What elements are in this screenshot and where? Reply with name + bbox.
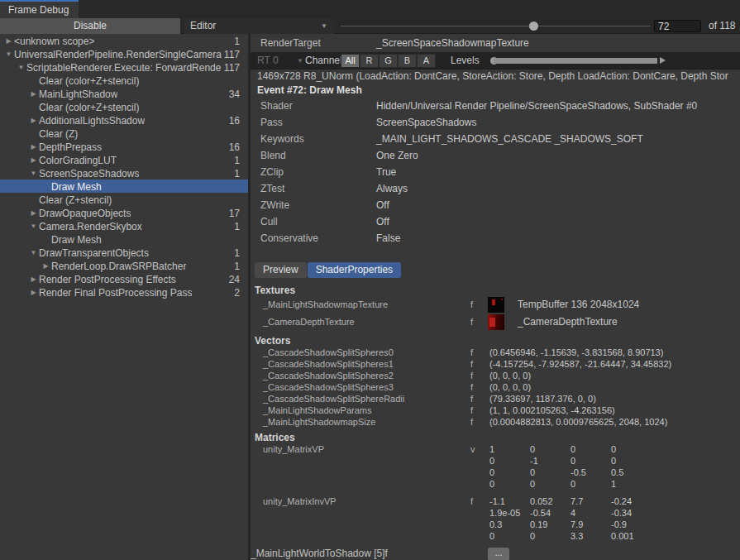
tree-row[interactable]: ▼ScreenSpaceShadows1 — [0, 166, 248, 179]
chevron-down-icon[interactable]: ▼ — [3, 49, 14, 60]
chevron-right-icon[interactable]: ▶ — [3, 36, 14, 47]
disable-button[interactable]: Disable — [0, 18, 180, 34]
matrix-cell: -0.24 — [611, 495, 652, 507]
tab-shaderproperties[interactable]: ShaderProperties — [308, 262, 401, 278]
tree-row[interactable]: Draw Mesh — [0, 179, 248, 193]
chevron-down-icon: ▼ — [297, 52, 303, 69]
levels-slider-max-handle[interactable] — [660, 57, 666, 64]
property-value: One Zero — [376, 150, 418, 161]
channel-button-g[interactable]: G — [379, 54, 398, 68]
tree-row[interactable]: ▼Camera.RenderSkybox1 — [0, 219, 248, 232]
matrix-cell: 1.9e-05 — [489, 507, 530, 519]
editor-dropdown[interactable]: Editor ▼ — [184, 18, 334, 34]
chevron-right-icon[interactable]: ▶ — [28, 141, 39, 153]
texture-thumbnail[interactable] — [488, 297, 504, 313]
matrix-cell: 0.001 — [611, 530, 652, 542]
tree-row[interactable]: ▶RenderLoop.DrawSRPBatcher1 — [0, 259, 248, 272]
tree-row[interactable]: Clear (Z) — [0, 127, 248, 140]
chevron-down-icon[interactable]: ▼ — [28, 247, 39, 259]
matrix-cell: 0 — [571, 478, 611, 490]
channel-button-a[interactable]: A — [417, 54, 436, 68]
tree-row-label: Render Final PostProcessing Pass — [39, 287, 192, 299]
channel-button-all[interactable]: All — [341, 54, 360, 68]
levels-slider[interactable] — [490, 57, 666, 65]
vector-row: _CascadeShadowSplitSpheres2f(0, 0, 0, 0) — [251, 370, 740, 381]
vector-value: (0, 0, 0, 0) — [489, 381, 531, 393]
channel-button-r[interactable]: R — [360, 54, 379, 68]
matrix-cell: -0.9 — [611, 519, 652, 530]
chevron-right-icon[interactable]: ▶ — [28, 89, 39, 100]
chevron-right-icon[interactable]: ▶ — [28, 287, 39, 299]
chevron-down-icon[interactable]: ▼ — [28, 168, 39, 179]
chevron-right-icon[interactable]: ▶ — [28, 115, 39, 127]
tree-row[interactable]: Draw Mesh — [0, 232, 248, 246]
matrix-cell: 7.9 — [571, 519, 611, 530]
property-row: BlendOne Zero — [251, 147, 740, 164]
matrices-section: unity_MatrixVPv10000-10000-0.50.50001uni… — [251, 443, 740, 560]
expand-array-button[interactable]: ... — [488, 548, 509, 560]
matrix-cell: 0 — [530, 478, 571, 490]
frame-debugger-window: Frame Debug Disable Editor ▼ of 118 ▶<un… — [0, 0, 740, 560]
matrices-section-header: Matrices — [251, 432, 740, 443]
tree-row-label: DepthPrepass — [39, 141, 102, 153]
tree-row[interactable]: ▶ColorGradingLUT1 — [0, 153, 248, 166]
tree-row[interactable]: ▶<unknown scope>1 — [0, 34, 248, 47]
tree-row[interactable]: ▼UniversalRenderPipeline.RenderSingleCam… — [0, 47, 248, 60]
tree-row-label: Render PostProcessing Effects — [39, 274, 176, 285]
tab-preview[interactable]: Preview — [255, 262, 307, 278]
channel-button-b[interactable]: B — [398, 54, 417, 68]
vectors-section-header: Vectors — [251, 335, 740, 347]
tree-row-label: ColorGradingLUT — [39, 155, 117, 166]
tree-row[interactable]: Clear (Z+stencil) — [0, 193, 248, 206]
property-label: ZWrite — [260, 197, 376, 213]
property-row: ZTestAlways — [251, 180, 740, 197]
matrix-flag: f — [470, 495, 473, 507]
tree-row[interactable]: Clear (color+Z+stencil) — [0, 100, 248, 113]
chevron-right-icon[interactable]: ▶ — [28, 208, 39, 219]
tree-row-label: RenderLoop.DrawSRPBatcher — [51, 261, 186, 272]
levels-slider-bar[interactable] — [494, 58, 657, 64]
vector-flag: f — [470, 416, 473, 428]
tree-row-count: 1 — [234, 221, 240, 232]
texture-name: _CameraDepthTexture — [263, 314, 355, 330]
detail-tabs: PreviewShaderProperties — [255, 262, 740, 280]
vector-flag: f — [470, 404, 473, 416]
toolbar: Disable Editor ▼ of 118 — [0, 18, 740, 34]
property-row: Keywords_MAIN_LIGHT_SHADOWS_CASCADE _SHA… — [251, 131, 740, 147]
chevron-right-icon[interactable]: ▶ — [28, 155, 39, 166]
tree-row[interactable]: ▶DrawOpaqueObjects17 — [0, 206, 248, 219]
tree-row[interactable]: Clear (color+Z+stencil) — [0, 74, 248, 87]
frame-slider[interactable] — [341, 26, 651, 26]
chevron-down-icon[interactable]: ▼ — [28, 221, 39, 232]
texture-thumbnail[interactable] — [488, 314, 504, 330]
property-value: _MAIN_LIGHT_SHADOWS_CASCADE _SHADOWS_SOF… — [376, 133, 643, 145]
editor-dropdown-label: Editor — [190, 20, 216, 31]
tree-row[interactable]: ▼ScriptableRenderer.Execute: ForwardRend… — [0, 60, 248, 74]
tree-row-label: DrawTransparentObjects — [39, 247, 149, 259]
property-row: ZClipTrue — [251, 164, 740, 180]
chevron-down-icon[interactable]: ▼ — [16, 62, 26, 74]
tree-row-count: 1 — [234, 168, 240, 179]
frame-number-input[interactable] — [654, 20, 701, 32]
tree-row[interactable]: ▼DrawTransparentObjects1 — [0, 246, 248, 259]
matrix-name: unity_MatrixVP — [263, 443, 324, 455]
chevron-right-icon[interactable]: ▶ — [41, 261, 51, 272]
tree-row[interactable]: ▶DepthPrepass16 — [0, 140, 248, 153]
chevron-right-icon[interactable]: ▶ — [28, 274, 39, 285]
tree-row[interactable]: ▶Render PostProcessing Effects24 — [0, 272, 248, 285]
frame-slider-thumb[interactable] — [529, 22, 538, 31]
tab-strip: Frame Debug — [0, 0, 740, 18]
tree-row-count: 1 — [234, 247, 240, 259]
channel-buttons: AllRGBA — [341, 54, 436, 68]
tree-row[interactable]: ▶MainLightShadow34 — [0, 87, 248, 100]
tab-frame-debug[interactable]: Frame Debug — [0, 0, 79, 18]
render-target-label: RenderTarget — [260, 34, 376, 52]
matrix-cell: 0.19 — [530, 519, 571, 530]
tree-row-count: 117 — [224, 62, 240, 74]
rt-dropdown[interactable]: RT 0 ▼ — [257, 52, 303, 69]
tree-row[interactable]: ▶Render Final PostProcessing Pass2 — [0, 285, 248, 299]
tree-row[interactable]: ▶AdditionalLightsShadow16 — [0, 113, 248, 127]
matrix-cell: -1 — [530, 455, 571, 467]
textures-section: _MainLightShadowmapTexturefTempBuffer 13… — [251, 296, 740, 331]
vector-row: _MainLightShadowmapSizef(0.0004882813, 0… — [251, 416, 740, 428]
